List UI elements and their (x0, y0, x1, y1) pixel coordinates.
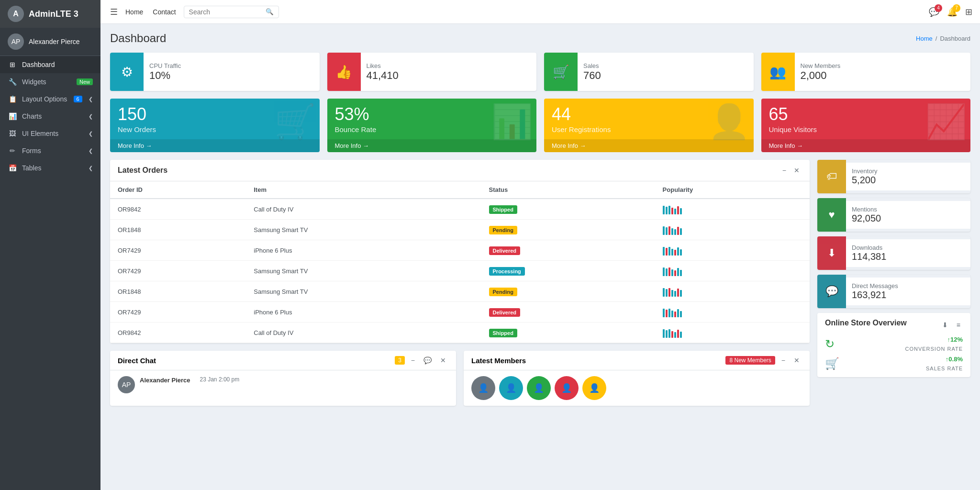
pop-bar (663, 288, 665, 297)
order-popularity (655, 281, 810, 302)
sidebar-item-widgets[interactable]: 🔧 WidgetsNew (0, 73, 100, 90)
stat-box-bg-icon-1: 📊 (491, 102, 533, 141)
orders-close-button[interactable]: ✕ (791, 166, 802, 175)
pop-bar (677, 268, 679, 276)
popularity-bars (663, 327, 802, 338)
notifications-button[interactable]: 🔔 7 (947, 7, 958, 17)
mini-stat-label-3: Direct Messages (852, 282, 965, 290)
sidebar-label-3: Charts (22, 112, 42, 120)
sidebar-label-4: UI Elements (22, 130, 58, 137)
member-avatar-1: 👤 (499, 376, 523, 400)
stat-box-footer-2[interactable]: More Info → (544, 139, 754, 152)
stat-box-footer-1[interactable]: More Info → (327, 139, 537, 152)
sidebar-icon-5: ✏ (8, 147, 17, 155)
popularity-bars (663, 204, 802, 214)
pop-bar (668, 309, 670, 317)
chat-messages-button[interactable]: 💬 (421, 356, 434, 365)
sidebar-item-tables[interactable]: 📅 Tables❮ (0, 159, 100, 177)
sidebar-item-charts[interactable]: 📊 Charts❮ (0, 108, 100, 125)
pop-bar (668, 206, 670, 214)
stat-box-bg-icon-0: 🛒 (274, 102, 316, 141)
pop-bar (663, 226, 665, 235)
chat-tools: 3 − 💬 ✕ (395, 356, 448, 365)
breadcrumb-home[interactable]: Home (916, 35, 933, 42)
sidebar-icon-3: 📊 (8, 112, 17, 120)
order-item: Samsung Smart TV (246, 220, 481, 240)
topbar-contact-link[interactable]: Contact (153, 8, 176, 16)
info-box-icon-0: ⚙ (110, 53, 144, 91)
overview-download-button[interactable]: ⬇ (940, 320, 950, 330)
mini-stat-0: 🏷 Inventory 5,200 (817, 160, 970, 193)
order-id: OR9842 (110, 199, 246, 220)
info-box-value-2: 760 (583, 69, 601, 82)
apps-button[interactable]: ⊞ (965, 7, 972, 17)
chat-user-name: Alexander Pierce (140, 377, 190, 384)
orders-minimize-button[interactable]: − (780, 166, 789, 175)
messages-button[interactable]: 💬 4 (929, 7, 939, 17)
mini-stat-value-0: 5,200 (852, 175, 965, 186)
sidebar-item-dashboard[interactable]: ⊞ Dashboard (0, 56, 100, 73)
search-button[interactable]: 🔍 (266, 8, 274, 15)
main-area: ☰ Home Contact 🔍 💬 4 🔔 7 ⊞ Dashboard (100, 0, 980, 490)
chat-minimize-button[interactable]: − (409, 356, 417, 365)
table-row: OR7429 iPhone 6 Plus Delivered (110, 302, 810, 323)
pop-bar (671, 208, 673, 214)
sidebar-badge-2: 6 (74, 96, 82, 102)
stat-box-bg-icon-2: 👤 (708, 102, 750, 141)
order-item: Samsung Smart TV (246, 281, 481, 302)
pop-bar (666, 207, 668, 214)
search-input[interactable] (189, 8, 266, 16)
mini-stat-1: ♥ Mentions 92,050 (817, 198, 970, 232)
stat-box-2: 44 User Registrations 👤 More Info → (544, 99, 754, 152)
sidebar-arrow-6: ❮ (89, 165, 93, 171)
info-box-value-1: 41,410 (367, 69, 399, 82)
sidebar-arrow-2: ❮ (89, 96, 93, 102)
pop-bar (666, 310, 668, 317)
chat-close-button[interactable]: ✕ (438, 356, 448, 365)
sales-rate-value: 0.8% (948, 356, 963, 363)
topbar-right: 💬 4 🔔 7 ⊞ (929, 7, 972, 17)
topbar-home-link[interactable]: Home (125, 8, 143, 16)
right-sidebar: 🏷 Inventory 5,200 ♥ Mentions 92,050 ⬇ Do… (817, 160, 970, 406)
stat-box-footer-3[interactable]: More Info → (761, 139, 971, 152)
members-minimize-button[interactable]: − (779, 356, 788, 365)
chat-avatar: AP (118, 376, 135, 393)
bottom-panels: Direct Chat 3 − 💬 ✕ AP (110, 351, 810, 406)
members-close-button[interactable]: ✕ (791, 356, 802, 365)
refresh-icon[interactable]: ↻ (825, 337, 835, 351)
pop-bar (680, 332, 682, 338)
table-row: OR1848 Samsung Smart TV Pending (110, 281, 810, 302)
order-id: OR7429 (110, 261, 246, 281)
sidebar-icon-1: 🔧 (8, 78, 17, 86)
pop-bar (671, 331, 673, 338)
sidebar-toggle-button[interactable]: ☰ (108, 5, 120, 19)
member-avatar-2: 👤 (527, 376, 551, 400)
chat-body: AP Alexander Pierce 23 Jan 2:00 pm (110, 370, 456, 399)
overview-menu-button[interactable]: ≡ (954, 320, 963, 330)
mini-stat-content-0: Inventory 5,200 (846, 163, 970, 190)
sales-rate-label: SALES RATE (844, 366, 963, 371)
order-popularity (655, 220, 810, 240)
order-popularity (655, 323, 810, 343)
latest-orders-card: Latest Orders − ✕ Order IDItemStatusPopu… (110, 160, 810, 343)
topbar-search-form: 🔍 (184, 6, 279, 18)
sidebar-arrow-3: ❮ (89, 113, 93, 120)
page-title: Dashboard (110, 32, 166, 45)
orders-card-title: Latest Orders (118, 166, 167, 175)
sidebar-item-forms[interactable]: ✏ Forms❮ (0, 142, 100, 159)
pop-bar (663, 329, 665, 338)
sidebar-user: AP Alexander Pierce (0, 28, 100, 56)
pop-bar (677, 247, 679, 256)
sidebar-item-ui-elements[interactable]: 🖼 UI Elements❮ (0, 125, 100, 142)
mini-stat-icon-3: 💬 (817, 275, 846, 308)
pop-bar (677, 330, 679, 338)
sidebar-item-layout-options[interactable]: 📋 Layout Options6❮ (0, 90, 100, 108)
members-card-header: Latest Members 8 New Members − ✕ (464, 351, 810, 370)
sidebar-label-6: Tables (22, 164, 41, 172)
mini-stat-value-2: 114,381 (852, 251, 965, 262)
order-status: Shipped (481, 323, 655, 343)
cart-icon: 🛒 (825, 357, 839, 370)
stat-box-footer-0[interactable]: More Info → (110, 139, 320, 152)
mini-stat-icon-2: ⬇ (817, 236, 846, 270)
pop-bar (671, 290, 673, 297)
